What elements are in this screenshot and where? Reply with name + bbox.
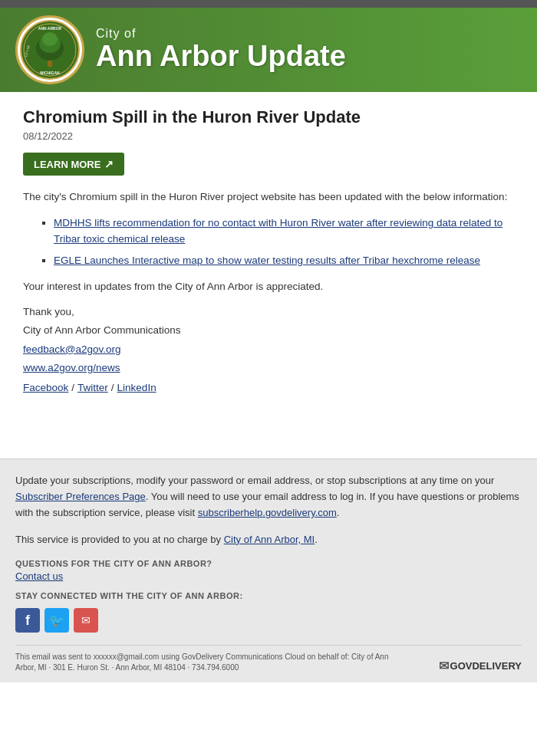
govdelivery-label: GOVDELIVERY: [450, 660, 522, 672]
header-main-title: Ann Arbor Update: [96, 41, 346, 73]
social-links: Facebook / Twitter / LinkedIn: [23, 379, 514, 397]
facebook-icon[interactable]: f: [15, 608, 40, 633]
header-city-of: City of: [96, 27, 346, 41]
email-link[interactable]: feedback@a2gov.org: [23, 343, 121, 355]
city-seal-logo: ANN ARBOR MICHIGAN CITY OF: [15, 15, 84, 84]
twitter-icon[interactable]: 🐦: [44, 608, 69, 633]
thank-you-block: Thank you, City of Ann Arbor Communicati…: [23, 303, 514, 397]
service-text-1: This service is provided to you at no ch…: [15, 534, 224, 545]
twitter-link[interactable]: Twitter: [77, 379, 108, 397]
website-link[interactable]: www.a2gov.org/news: [23, 362, 120, 373]
article-title: Chromium Spill in the Huron River Update: [23, 107, 514, 127]
footer-text-3: .: [337, 507, 340, 518]
bullet-list: MDHHS lifts recommendation for no contac…: [54, 215, 514, 268]
list-item: EGLE Launches Interactive map to show wa…: [54, 253, 514, 268]
bullet-link-2[interactable]: EGLE Launches Interactive map to show wa…: [54, 255, 480, 266]
govdelivery-badge: ✉ GOVDELIVERY: [439, 659, 522, 673]
stay-connected-section: STAY CONNECTED WITH THE CITY OF ANN ARBO…: [15, 591, 522, 600]
org-line: City of Ann Arbor Communications: [23, 321, 514, 340]
social-icon-group: f 🐦 ✉: [15, 608, 522, 633]
service-text-2: .: [315, 534, 318, 545]
learn-more-button[interactable]: LEARN MORE ↗: [23, 153, 124, 176]
main-content: Chromium Spill in the Huron River Update…: [0, 92, 537, 413]
city-link[interactable]: City of Ann Arbor, MI: [224, 534, 315, 545]
linkedin-link[interactable]: LinkedIn: [117, 379, 156, 397]
stay-connected-label: STAY CONNECTED WITH THE CITY OF ANN ARBO…: [15, 591, 522, 600]
contact-us-link[interactable]: Contact us: [15, 570, 522, 582]
footer-bottom-text: This email was sent to xxxxxx@gmail.com …: [15, 652, 399, 673]
intro-text: The city's Chromium spill in the Huron R…: [23, 189, 514, 205]
email-icon[interactable]: ✉: [74, 608, 98, 633]
learn-more-arrow-icon: ↗: [104, 158, 114, 170]
footer-service-text: This service is provided to you at no ch…: [15, 532, 522, 547]
footer-bottom: This email was sent to xxxxxx@gmail.com …: [15, 645, 522, 673]
govdelivery-envelope-icon: ✉: [439, 659, 449, 673]
svg-text:ANN ARBOR: ANN ARBOR: [38, 26, 62, 31]
learn-more-label: LEARN MORE: [34, 159, 100, 170]
header-title-block: City of Ann Arbor Update: [96, 27, 346, 73]
header: ANN ARBOR MICHIGAN CITY OF City of Ann A…: [0, 8, 537, 92]
appreciation-text: Your interest in updates from the City o…: [23, 281, 514, 292]
footer: Update your subscriptions, modify your p…: [0, 459, 537, 682]
subscriber-pref-link[interactable]: Subscriber Preferences Page: [15, 491, 146, 502]
subscriber-help-link[interactable]: subscriberhelp.govdelivery.com: [198, 507, 337, 518]
top-bar: [0, 0, 537, 8]
article-date: 08/12/2022: [23, 130, 514, 142]
list-item: MDHHS lifts recommendation for no contac…: [54, 215, 514, 247]
svg-text:MICHIGAN: MICHIGAN: [40, 71, 60, 75]
bullet-link-1[interactable]: MDHHS lifts recommendation for no contac…: [54, 217, 502, 244]
footer-main-text: Update your subscriptions, modify your p…: [15, 473, 522, 521]
svg-point-5: [42, 32, 58, 46]
questions-label: QUESTIONS FOR THE CITY OF ANN ARBOR?: [15, 559, 522, 568]
footer-text-1: Update your subscriptions, modify your p…: [15, 475, 494, 486]
facebook-link[interactable]: Facebook: [23, 379, 68, 397]
thank-you-line: Thank you,: [23, 303, 514, 321]
